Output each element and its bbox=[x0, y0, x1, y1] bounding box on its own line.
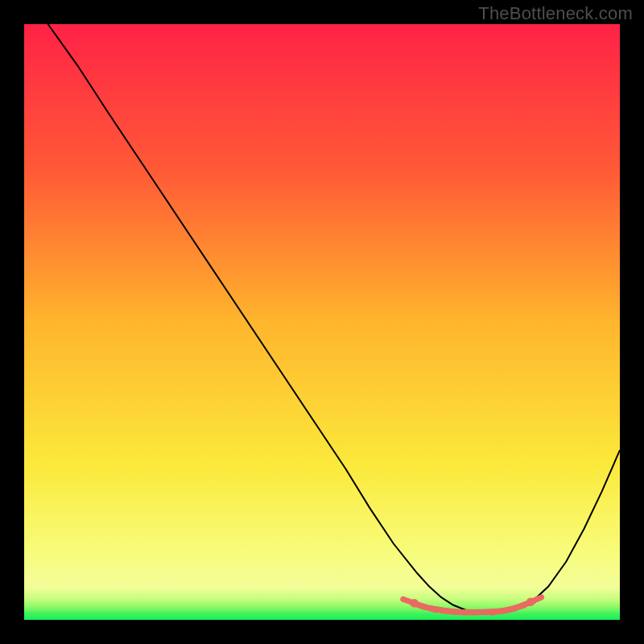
chart-svg bbox=[24, 24, 620, 620]
marker-endpoint bbox=[526, 598, 535, 606]
marker-endpoint bbox=[411, 599, 419, 607]
chart-container: TheBottleneck.com bbox=[0, 0, 644, 644]
plot-area bbox=[24, 24, 620, 620]
watermark-text: TheBottleneck.com bbox=[478, 3, 633, 24]
gradient-background bbox=[24, 24, 620, 620]
